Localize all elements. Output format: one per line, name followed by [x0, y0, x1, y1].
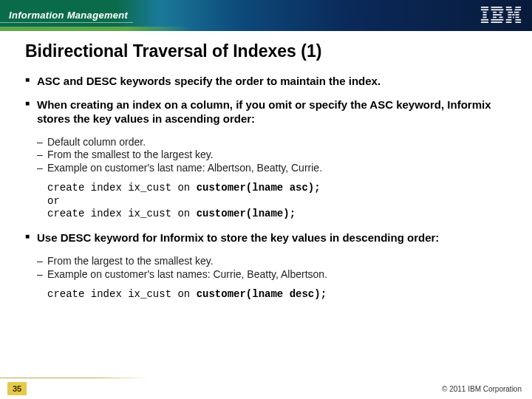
svg-rect-30: [506, 21, 512, 23]
bullet-list: ASC and DESC keywords specify the order …: [25, 75, 510, 301]
code-1-line2-plain: create index ix_cust on: [47, 208, 197, 219]
slide-title: Bidirectional Traversal of Indexes (1): [25, 41, 510, 61]
header-accent-band: [0, 27, 532, 31]
ibm-logo-icon: [480, 7, 522, 23]
bullet-2-sub-1: Default column order.: [25, 136, 510, 149]
code-1-line2-bold: customer(lname);: [197, 208, 296, 219]
svg-rect-22: [508, 14, 511, 16]
svg-rect-13: [499, 17, 502, 18]
svg-rect-5: [481, 19, 488, 21]
svg-rect-8: [491, 9, 503, 10]
svg-rect-0: [481, 7, 488, 8]
svg-rect-12: [493, 17, 497, 18]
svg-rect-20: [508, 12, 513, 13]
slide-content: Bidirectional Traversal of Indexes (1) A…: [0, 31, 532, 399]
svg-rect-1: [481, 9, 488, 10]
svg-rect-11: [493, 14, 502, 16]
bullet-3-sub-1: From the largest to the smallest key.: [25, 255, 510, 268]
page-number: 35: [7, 382, 27, 395]
svg-rect-17: [515, 7, 521, 8]
svg-rect-29: [515, 19, 521, 21]
code-1-line1-plain: create index ix_cust on: [47, 182, 197, 194]
svg-rect-19: [515, 9, 521, 10]
svg-rect-23: [512, 14, 514, 16]
svg-rect-21: [514, 12, 519, 13]
svg-rect-7: [491, 7, 502, 8]
svg-rect-18: [506, 9, 512, 10]
code-2-line1-bold: customer(lname desc);: [197, 288, 327, 300]
header-underline: [0, 22, 133, 23]
svg-rect-24: [515, 14, 519, 16]
bullet-2-sub-2: From the smallest to the largest key.: [25, 149, 510, 162]
code-1-line1-bold: customer(lname asc);: [197, 182, 321, 194]
bullet-2: When creating an index on a column, if y…: [25, 98, 510, 126]
slide: Information Management Bidirectional Tra…: [0, 0, 532, 399]
copyright-text: © 2011 IBM Corporation: [442, 385, 522, 393]
svg-rect-3: [482, 14, 486, 16]
code-2-line1-plain: create index ix_cust on: [47, 288, 197, 300]
svg-rect-4: [482, 17, 486, 18]
svg-rect-27: [515, 17, 519, 18]
svg-rect-15: [491, 21, 502, 23]
svg-rect-2: [482, 12, 486, 13]
svg-rect-14: [491, 19, 503, 21]
header-brand-label: Information Management: [9, 10, 128, 21]
footer: 35 © 2011 IBM Corporation: [0, 378, 532, 399]
code-block-1: create index ix_cust on customer(lname a…: [25, 182, 510, 221]
code-block-2: create index ix_cust on customer(lname d…: [25, 288, 510, 301]
header-brand-wrap: Information Management: [9, 8, 128, 21]
bullet-3: Use DESC keyword for Informix to store t…: [25, 231, 510, 245]
svg-rect-10: [499, 12, 502, 13]
svg-rect-31: [515, 21, 521, 23]
svg-rect-6: [481, 21, 488, 23]
svg-rect-26: [513, 17, 514, 18]
code-1-or: or: [47, 195, 60, 207]
svg-rect-16: [506, 7, 512, 8]
bullet-1: ASC and DESC keywords specify the order …: [25, 75, 510, 88]
bullet-2-sub-3: Example on customer's last name: Alberts…: [25, 162, 510, 175]
header-bar: Information Management: [0, 0, 532, 31]
svg-rect-9: [493, 12, 497, 13]
bullet-3-sub-2: Example on customer's last names: Currie…: [25, 268, 510, 282]
svg-rect-25: [508, 17, 511, 18]
svg-rect-28: [506, 19, 512, 21]
